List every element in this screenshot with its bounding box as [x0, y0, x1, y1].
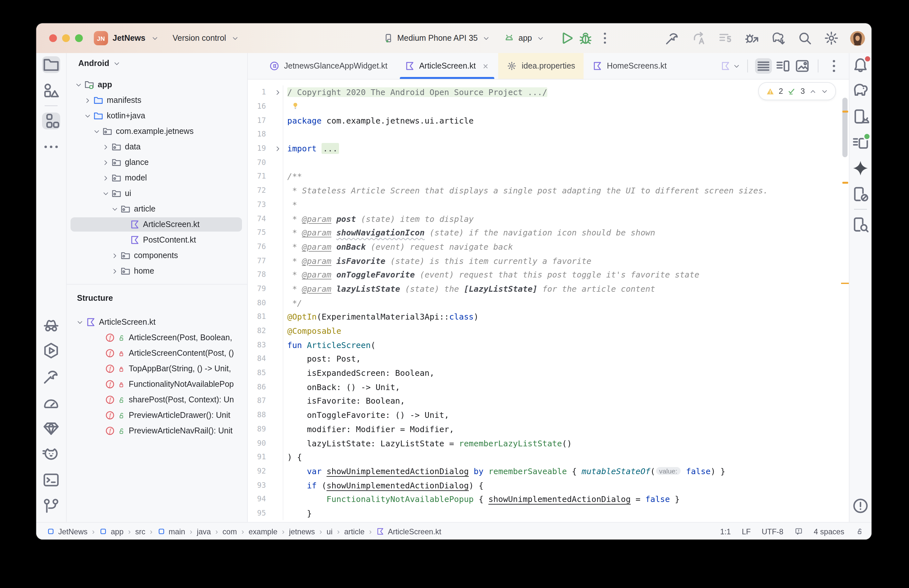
- inspection-widget[interactable]: 2 3: [758, 82, 836, 100]
- hidden-tab-kotlin-icon[interactable]: [720, 61, 730, 71]
- line-number[interactable]: 19: [248, 144, 266, 153]
- line-number[interactable]: 72: [248, 186, 266, 195]
- tab-idea-properties[interactable]: idea.properties: [499, 53, 584, 79]
- tool-project[interactable]: [42, 56, 60, 73]
- line-number[interactable]: 76: [248, 242, 266, 251]
- line-number[interactable]: 88: [248, 411, 266, 419]
- previous-problem-button[interactable]: [809, 88, 817, 95]
- chevron-right-icon[interactable]: [109, 268, 120, 275]
- tool-notifications[interactable]: [851, 56, 870, 73]
- profiler-sessions-button[interactable]: [717, 31, 733, 46]
- chevron-down-icon[interactable]: [91, 128, 102, 135]
- structure-item[interactable]: fArticleScreen(Post, Boolean,: [67, 330, 247, 346]
- close-window-button[interactable]: [49, 34, 57, 42]
- breadcrumb-src[interactable]: src: [135, 527, 145, 536]
- tree-item-app[interactable]: app: [67, 77, 247, 92]
- readonly-toggle[interactable]: [855, 527, 864, 536]
- avatar[interactable]: [850, 31, 865, 45]
- line-number[interactable]: 17: [248, 116, 266, 124]
- line-number[interactable]: 94: [248, 495, 266, 504]
- chevron-down-icon[interactable]: [483, 35, 490, 42]
- tool-gemini[interactable]: [851, 160, 870, 177]
- tool-resource-manager[interactable]: [42, 82, 60, 99]
- tree-item-home[interactable]: home: [67, 263, 247, 279]
- tree-item-manifests[interactable]: manifests: [67, 92, 247, 108]
- chevron-down-icon[interactable]: [73, 81, 84, 88]
- project-widget[interactable]: JN JetNews: [94, 31, 158, 45]
- error-stripe-mark[interactable]: [842, 111, 848, 113]
- apply-changes-button[interactable]: [691, 31, 707, 46]
- error-stripe-mark[interactable]: [842, 182, 848, 184]
- tree-item-components[interactable]: components: [67, 248, 247, 263]
- minimize-window-button[interactable]: [62, 34, 70, 42]
- line-number[interactable]: 82: [248, 327, 266, 335]
- line-number[interactable]: 84: [248, 355, 266, 363]
- line-number[interactable]: 79: [248, 284, 266, 293]
- tool-problems[interactable]: [851, 498, 870, 514]
- tool-more-tool-windows[interactable]: [42, 139, 60, 155]
- tool-version-control[interactable]: [42, 498, 60, 514]
- line-number[interactable]: 78: [248, 271, 266, 279]
- line-number[interactable]: 83: [248, 341, 266, 349]
- line-number[interactable]: 85: [248, 369, 266, 377]
- build-button[interactable]: [664, 31, 680, 46]
- breadcrumb-java[interactable]: java: [197, 527, 211, 536]
- tab-jetnewsglanceappwidget-kt[interactable]: JetnewsGlanceAppWidget.kt: [261, 53, 396, 79]
- structure-root[interactable]: ArticleScreen.kt: [67, 314, 247, 330]
- line-number[interactable]: 1: [248, 88, 266, 97]
- maximize-window-button[interactable]: [75, 34, 83, 42]
- indent[interactable]: 4 spaces: [814, 527, 844, 536]
- breadcrumb-com[interactable]: com: [223, 527, 237, 536]
- chevron-right-icon[interactable]: [100, 143, 111, 150]
- gradle-sync-button[interactable]: [770, 31, 786, 46]
- line-number[interactable]: 80: [248, 299, 266, 307]
- project-view-selector[interactable]: Android: [67, 53, 247, 68]
- tool-terminal[interactable]: [42, 472, 60, 488]
- structure-item[interactable]: fTopAppBar(String, () -> Unit,: [67, 361, 247, 376]
- breadcrumb-jetnews[interactable]: jetnews: [289, 527, 315, 536]
- tool-device-explorer[interactable]: [851, 216, 870, 233]
- structure-item[interactable]: fFunctionalityNotAvailablePop: [67, 376, 247, 392]
- tree-item-articlescreen-kt[interactable]: ArticleScreen.kt: [67, 217, 247, 232]
- breadcrumb-article[interactable]: article: [344, 527, 365, 536]
- tree-item-model[interactable]: model: [67, 170, 247, 186]
- line-number[interactable]: 74: [248, 215, 266, 223]
- breadcrumb-main[interactable]: main: [157, 527, 185, 536]
- editor-view-mode-code[interactable]: [755, 58, 772, 74]
- chevron-right-icon[interactable]: [100, 174, 111, 181]
- tree-item-data[interactable]: data: [67, 139, 247, 155]
- chevron-down-icon[interactable]: [82, 112, 92, 120]
- chevron-right-icon[interactable]: [82, 97, 92, 104]
- breadcrumb-example[interactable]: example: [249, 527, 277, 536]
- breadcrumb-app[interactable]: app: [99, 527, 124, 536]
- tab-homescreens-kt[interactable]: HomeScreens.kt: [584, 53, 675, 79]
- breadcrumb-jetnews[interactable]: JetNews: [47, 527, 88, 536]
- fold-chevron-icon[interactable]: [274, 89, 281, 96]
- tool-build-tool[interactable]: [42, 368, 60, 385]
- line-number[interactable]: 93: [248, 481, 266, 489]
- tool-running-devices[interactable]: [851, 134, 870, 151]
- editor-view-mode-preview[interactable]: [794, 58, 811, 74]
- tool-services[interactable]: [42, 342, 60, 359]
- settings-button[interactable]: [823, 31, 839, 46]
- tree-item-glance[interactable]: glance: [67, 155, 247, 170]
- structure-item[interactable]: fsharePost(Post, Context): Un: [67, 392, 247, 407]
- hidden-tabs-chevron-icon[interactable]: [733, 62, 740, 69]
- line-number[interactable]: 95: [248, 509, 266, 517]
- scrollbar-thumb[interactable]: [842, 98, 848, 157]
- inspections-widget[interactable]: [794, 527, 803, 536]
- line-number[interactable]: 18: [248, 130, 266, 139]
- tool-device-manager[interactable]: [851, 108, 870, 125]
- line-number[interactable]: 70: [248, 158, 266, 167]
- structure-item[interactable]: fPreviewArticleNavRail(): Unit: [67, 423, 247, 439]
- attach-debugger-button[interactable]: [744, 31, 760, 46]
- tree-item-article[interactable]: article: [67, 201, 247, 217]
- chevron-down-icon[interactable]: [537, 35, 544, 42]
- fold-chevron-icon[interactable]: [274, 145, 281, 152]
- editor-view-mode-split[interactable]: [775, 58, 791, 74]
- line-separator[interactable]: LF: [742, 527, 751, 536]
- tree-item-com-example-jetnews[interactable]: com.example.jetnews: [67, 124, 247, 139]
- tool-app-quality-insights[interactable]: [42, 420, 60, 437]
- chevron-right-icon[interactable]: [100, 159, 111, 166]
- chevron-down-icon[interactable]: [100, 190, 111, 197]
